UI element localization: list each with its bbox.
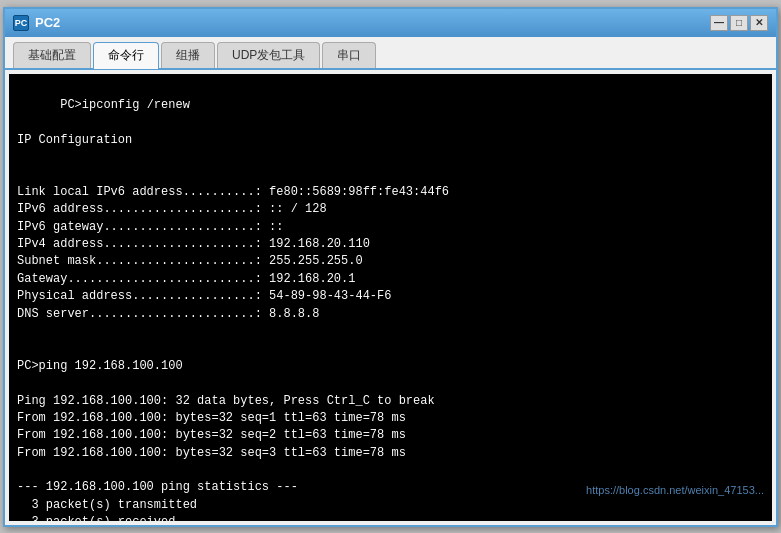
tab-basic-config[interactable]: 基础配置 (13, 42, 91, 68)
watermark: https://blog.csdn.net/weixin_47153... (562, 467, 764, 515)
main-window: PC PC2 — □ ✕ 基础配置 命令行 组播 UDP发包工具 (3, 7, 778, 527)
window-controls: — □ ✕ (710, 15, 768, 31)
content-area: PC>ipconfig /renew IP Configuration Link… (5, 70, 776, 525)
title-bar: PC PC2 — □ ✕ (5, 9, 776, 37)
tab-udp-tool[interactable]: UDP发包工具 (217, 42, 320, 68)
window-title: PC2 (35, 15, 710, 30)
tab-bar: 基础配置 命令行 组播 UDP发包工具 串口 (5, 37, 776, 70)
maximize-button[interactable]: □ (730, 15, 748, 31)
tab-serial[interactable]: 串口 (322, 42, 376, 68)
minimize-button[interactable]: — (710, 15, 728, 31)
tab-multicast[interactable]: 组播 (161, 42, 215, 68)
window-icon: PC (13, 15, 29, 31)
close-button[interactable]: ✕ (750, 15, 768, 31)
terminal-output[interactable]: PC>ipconfig /renew IP Configuration Link… (9, 74, 772, 521)
tab-command-line[interactable]: 命令行 (93, 42, 159, 69)
